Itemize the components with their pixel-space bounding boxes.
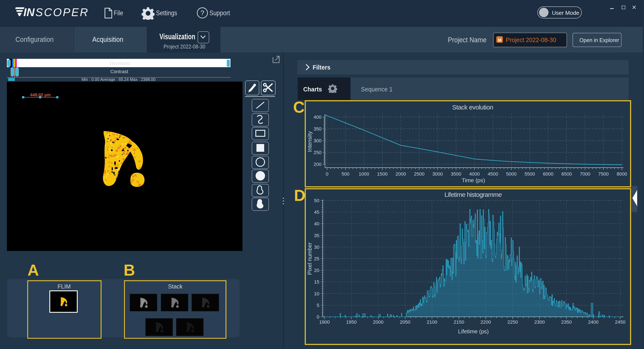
svg-text:4000: 4000: [469, 171, 480, 177]
svg-text:250: 250: [314, 150, 322, 155]
svg-text:3000: 3000: [432, 171, 443, 177]
svg-text:1900: 1900: [319, 320, 330, 325]
svg-text:50: 50: [314, 198, 319, 203]
svg-text:10: 10: [314, 291, 319, 296]
svg-text:35: 35: [314, 233, 319, 238]
svg-text:2300: 2300: [534, 320, 545, 325]
svg-text:3500: 3500: [451, 171, 462, 177]
svg-text:45: 45: [314, 210, 319, 215]
svg-text:2400: 2400: [588, 320, 598, 325]
svg-text:2450: 2450: [615, 320, 626, 325]
svg-text:Time (ps): Time (ps): [462, 177, 485, 184]
svg-text:2150: 2150: [454, 320, 464, 325]
svg-text:2200: 2200: [480, 320, 491, 325]
svg-text:4500: 4500: [488, 171, 498, 177]
svg-text:2250: 2250: [507, 320, 518, 325]
svg-text:2050: 2050: [400, 320, 410, 325]
svg-text:2500: 2500: [414, 171, 424, 177]
svg-text:7500: 7500: [598, 171, 609, 177]
svg-text:5000: 5000: [506, 171, 516, 177]
svg-text:7000: 7000: [580, 171, 590, 177]
svg-text:500: 500: [342, 171, 350, 177]
svg-text:2000: 2000: [396, 171, 406, 177]
svg-text:1500: 1500: [377, 171, 388, 177]
svg-text:1000: 1000: [358, 171, 369, 177]
svg-text:200: 200: [314, 162, 322, 167]
svg-text:Pixel number: Pixel number: [306, 242, 313, 275]
svg-text:2100: 2100: [427, 320, 437, 325]
svg-text:8000: 8000: [617, 171, 627, 177]
svg-text:Stack evolution: Stack evolution: [452, 104, 493, 111]
svg-text:Intensity: Intensity: [306, 131, 313, 152]
svg-text:5500: 5500: [524, 171, 535, 177]
svg-text:Lifetime (ps): Lifetime (ps): [458, 328, 489, 334]
svg-text:30: 30: [314, 244, 319, 250]
svg-text:2000: 2000: [373, 320, 384, 325]
svg-text:25: 25: [314, 256, 319, 262]
svg-text:6000: 6000: [543, 171, 554, 177]
svg-text:350: 350: [314, 126, 322, 132]
svg-text:400: 400: [314, 114, 322, 120]
svg-text:40: 40: [314, 221, 319, 226]
svg-text:15: 15: [314, 279, 319, 284]
svg-text:6500: 6500: [562, 171, 572, 177]
svg-text:5: 5: [317, 303, 319, 308]
svg-text:2350: 2350: [561, 320, 572, 325]
svg-text:0: 0: [326, 171, 328, 177]
svg-text:1950: 1950: [346, 320, 357, 325]
svg-text:0: 0: [317, 314, 319, 320]
svg-text:20: 20: [314, 268, 319, 273]
svg-text:300: 300: [314, 138, 322, 144]
svg-text:Lifetime histogramme: Lifetime histogramme: [444, 191, 502, 198]
